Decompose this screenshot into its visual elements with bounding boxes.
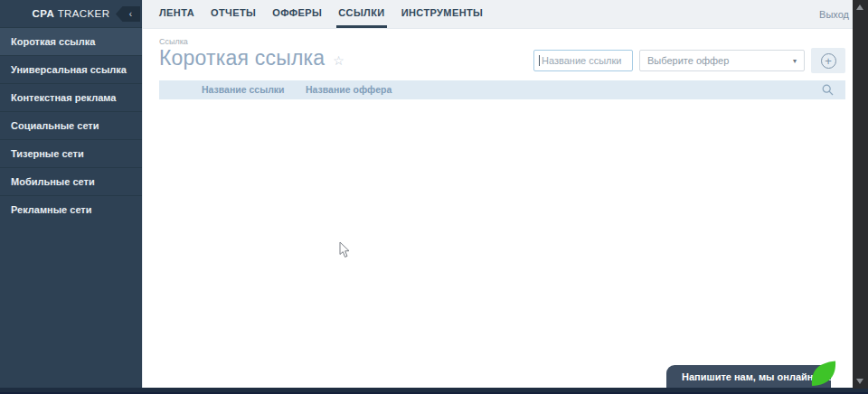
chevron-left-icon: ‹ bbox=[129, 10, 132, 19]
favorite-star-icon[interactable]: ☆ bbox=[333, 53, 344, 68]
sidebar-item-universal-link[interactable]: Универсальная ссылка bbox=[0, 55, 142, 83]
link-name-input-wrap bbox=[533, 50, 633, 71]
page-content: Ссылка Короткая ссылка ☆ Выберите оффер … bbox=[143, 29, 853, 388]
scroll-up-icon[interactable] bbox=[856, 5, 863, 10]
sidebar-item-ad-networks[interactable]: Рекламные сети bbox=[0, 195, 142, 223]
app-logo: CPA TRACKER bbox=[33, 8, 110, 19]
sidebar-collapse-button[interactable]: ‹ bbox=[116, 6, 140, 22]
offer-select[interactable]: Выберите оффер ▾ bbox=[639, 50, 805, 71]
title-row: Короткая ссылка ☆ bbox=[159, 46, 344, 70]
link-name-input[interactable] bbox=[533, 50, 633, 71]
table-header: Название ссылки Название оффера bbox=[159, 80, 845, 99]
text-caret bbox=[539, 55, 540, 66]
filter-controls: Выберите оффер ▾ + bbox=[533, 48, 845, 73]
vertical-scrollbar[interactable] bbox=[853, 0, 868, 389]
sidebar-item-mobile-networks[interactable]: Мобильные сети bbox=[0, 167, 142, 195]
column-header-offer-name[interactable]: Название оффера bbox=[306, 80, 392, 99]
chat-widget[interactable]: Напишите нам, мы онлайн! jivo bbox=[666, 365, 831, 388]
tab-links[interactable]: ССЫЛКИ bbox=[336, 0, 386, 28]
chat-message: Напишите нам, мы онлайн! bbox=[682, 371, 816, 382]
tab-lenta[interactable]: ЛЕНТА bbox=[157, 0, 196, 28]
tab-offers[interactable]: ОФФЕРЫ bbox=[270, 0, 324, 28]
add-link-button[interactable]: + bbox=[811, 48, 845, 73]
offer-select-value: Выберите оффер bbox=[647, 55, 793, 66]
page-title: Короткая ссылка bbox=[159, 46, 325, 70]
sidebar-header: CPA TRACKER ‹ bbox=[0, 0, 142, 27]
sidebar-menu: Короткая ссылка Универсальная ссылка Кон… bbox=[0, 27, 142, 223]
search-icon[interactable] bbox=[822, 84, 834, 96]
logout-link[interactable]: Выход bbox=[819, 0, 849, 28]
sidebar-item-teaser-networks[interactable]: Тизерные сети bbox=[0, 139, 142, 167]
chevron-down-icon: ▾ bbox=[793, 57, 797, 65]
main-area: ЛЕНТА ОТЧЕТЫ ОФФЕРЫ ССЫЛКИ ИНСТРУМЕНТЫ В… bbox=[142, 0, 853, 388]
window-bottom-edge bbox=[0, 388, 868, 394]
app-logo-rest: TRACKER bbox=[54, 8, 109, 19]
sidebar-item-short-link[interactable]: Короткая ссылка bbox=[0, 27, 142, 55]
top-navigation: ЛЕНТА ОТЧЕТЫ ОФФЕРЫ ССЫЛКИ ИНСТРУМЕНТЫ В… bbox=[143, 0, 853, 29]
jivo-leaf-icon bbox=[809, 360, 837, 388]
tab-tools[interactable]: ИНСТРУМЕНТЫ bbox=[400, 0, 486, 28]
sidebar-item-contextual-ads[interactable]: Контекстная реклама bbox=[0, 83, 142, 111]
scroll-down-icon[interactable] bbox=[856, 379, 863, 384]
sidebar: CPA TRACKER ‹ Короткая ссылка Универсаль… bbox=[0, 0, 142, 388]
sidebar-item-social-networks[interactable]: Социальные сети bbox=[0, 111, 142, 139]
column-header-link-name[interactable]: Название ссылки bbox=[202, 80, 285, 99]
tab-reports[interactable]: ОТЧЕТЫ bbox=[209, 0, 258, 28]
plus-icon: + bbox=[821, 53, 836, 69]
app-logo-bold: CPA bbox=[33, 8, 55, 19]
breadcrumb: Ссылка bbox=[159, 37, 188, 46]
